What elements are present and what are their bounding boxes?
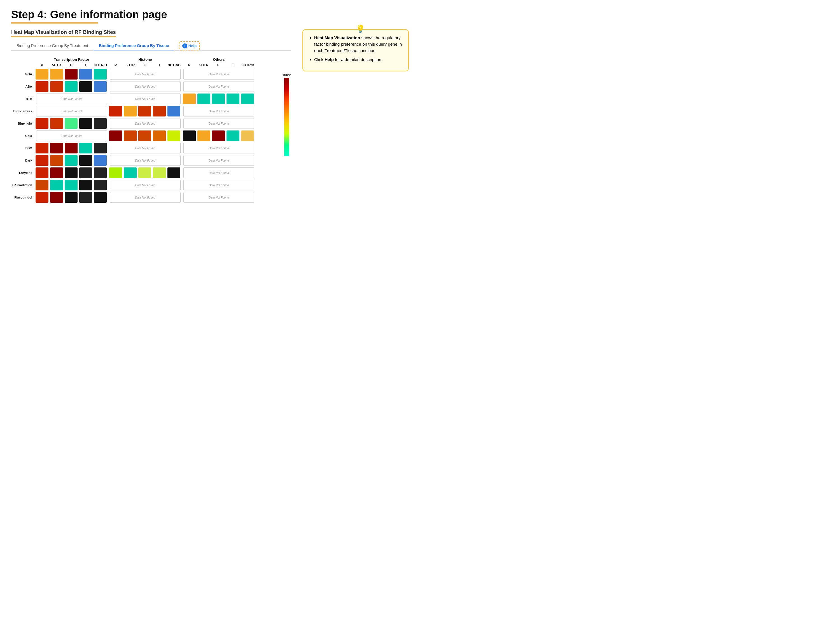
row-label-6-ba: 6-BA — [12, 68, 35, 80]
cell-dsg-tf-0 — [35, 142, 49, 154]
cell-flavopiridol-tf-1 — [50, 191, 63, 203]
cell-bth-others-0 — [182, 93, 196, 105]
row-label-fr-irradiation: FR irradiation — [12, 179, 35, 191]
cell-cold-histone-4 — [167, 130, 182, 142]
dnf-cell-dark-histone: Data Not Found — [109, 155, 182, 166]
cell-cold-histone-1 — [123, 130, 137, 142]
group-header-others: Others — [182, 57, 255, 62]
cell-blue-light-tf-2 — [64, 118, 78, 129]
dnf-cell-dsg-others: Data Not Found — [182, 142, 255, 154]
cell-blue-light-tf-1 — [50, 118, 63, 129]
row-label-dsg: DSG — [12, 142, 35, 154]
cell-bth-others-1 — [197, 93, 211, 105]
cell-fr-irradiation-tf-2 — [64, 179, 78, 191]
cell-bth-others-3 — [226, 93, 240, 105]
cell-cold-others-2 — [212, 130, 226, 142]
cell-biotic-stress-histone-1 — [123, 105, 137, 117]
cell-dsg-tf-4 — [93, 142, 108, 154]
dnf-cell-cold-tf: Data Not Found — [35, 130, 108, 142]
group-header-histone: Histone — [109, 57, 182, 62]
row-label-dark: Dark — [12, 155, 35, 166]
dnf-cell-fr-irradiation-others: Data Not Found — [182, 179, 255, 191]
dnf-cell-aba-histone: Data Not Found — [109, 81, 182, 92]
col-tf-e: E — [64, 63, 78, 68]
dnf-cell-6-ba-others: Data Not Found — [182, 68, 255, 80]
heatmap-table: Transcription Factor Histone Others P 5U… — [11, 56, 279, 204]
col-o-e: E — [212, 63, 226, 68]
color-bar-container: 100% — [282, 73, 291, 156]
tab-by-tissue[interactable]: Binding Preference Group By Tissue — [93, 41, 174, 51]
tab-by-treatment[interactable]: Binding Preference Group By Treatment — [11, 41, 93, 51]
col-o-3utrd: 3UTR/D — [240, 63, 255, 68]
bulb-icon: 💡 — [355, 23, 365, 35]
row-label-biotic-stress: Biotic stress — [12, 105, 35, 117]
cell-blue-light-tf-4 — [93, 118, 108, 129]
cell-dsg-tf-2 — [64, 142, 78, 154]
dnf-cell-bth-histone: Data Not Found — [109, 93, 182, 105]
dnf-cell-biotic-stress-others: Data Not Found — [182, 105, 255, 117]
row-label-blue-light: Blue light — [12, 118, 35, 129]
cell-6-ba-tf-2 — [64, 68, 78, 80]
help-label: Help — [188, 44, 197, 48]
cell-6-ba-tf-1 — [50, 68, 63, 80]
cell-aba-tf-1 — [50, 81, 63, 92]
col-o-5utr: 5UTR — [197, 63, 211, 68]
cell-dark-tf-0 — [35, 155, 49, 166]
cell-ethylene-histone-1 — [123, 167, 137, 178]
cell-aba-tf-0 — [35, 81, 49, 92]
col-o-i: I — [226, 63, 240, 68]
color-bar — [284, 78, 289, 156]
col-h-3utrd: 3UTR/D — [167, 63, 182, 68]
cell-dark-tf-4 — [93, 155, 108, 166]
row-label-aba: ABA — [12, 81, 35, 92]
help-icon: i — [182, 43, 187, 49]
cell-cold-others-1 — [197, 130, 211, 142]
dnf-cell-ethylene-others: Data Not Found — [182, 167, 255, 178]
cell-cold-histone-2 — [138, 130, 152, 142]
cell-blue-light-tf-3 — [79, 118, 93, 129]
tooltip-list: Heat Map Visualization shows the regulat… — [309, 35, 402, 63]
help-button[interactable]: i Help — [179, 41, 200, 51]
cell-6-ba-tf-0 — [35, 68, 49, 80]
cell-ethylene-histone-3 — [152, 167, 166, 178]
col-tf-5utr: 5UTR — [50, 63, 63, 68]
cell-fr-irradiation-tf-4 — [93, 179, 108, 191]
cell-dsg-tf-3 — [79, 142, 93, 154]
dnf-cell-dsg-histone: Data Not Found — [109, 142, 182, 154]
dnf-cell-fr-irradiation-histone: Data Not Found — [109, 179, 182, 191]
cell-dark-tf-3 — [79, 155, 93, 166]
tooltip-item-2: Click Help for a detailed description. — [314, 57, 402, 63]
color-bar-label: 100% — [282, 73, 291, 77]
tooltip-box: 💡 Heat Map Visualization shows the regul… — [302, 29, 409, 71]
left-panel: Heat Map Visualization of RF Binding Sit… — [11, 29, 291, 204]
cell-fr-irradiation-tf-0 — [35, 179, 49, 191]
tab-bar: Binding Preference Group By Treatment Bi… — [11, 41, 291, 51]
title-underline — [11, 22, 185, 24]
dnf-cell-blue-light-others: Data Not Found — [182, 118, 255, 129]
cell-ethylene-histone-0 — [109, 167, 123, 178]
cell-6-ba-tf-3 — [79, 68, 93, 80]
dnf-cell-blue-light-histone: Data Not Found — [109, 118, 182, 129]
cell-blue-light-tf-0 — [35, 118, 49, 129]
dnf-cell-bth-tf: Data Not Found — [35, 93, 108, 105]
col-o-p: P — [182, 63, 196, 68]
dnf-cell-flavopiridol-histone: Data Not Found — [109, 191, 182, 203]
dnf-cell-6-ba-histone: Data Not Found — [109, 68, 182, 80]
tooltip-item-1: Heat Map Visualization shows the regulat… — [314, 35, 402, 54]
dnf-cell-flavopiridol-others: Data Not Found — [182, 191, 255, 203]
cell-bth-others-2 — [212, 93, 226, 105]
page-title: Step 4: Gene information page — [11, 8, 409, 21]
cell-biotic-stress-histone-4 — [167, 105, 182, 117]
row-label-bth: BTH — [12, 93, 35, 105]
col-h-e: E — [138, 63, 152, 68]
tooltip-help-bold: Help — [325, 57, 334, 62]
cell-fr-irradiation-tf-3 — [79, 179, 93, 191]
cell-biotic-stress-histone-3 — [152, 105, 166, 117]
cell-ethylene-tf-1 — [50, 167, 63, 178]
row-label-ethylene: Ethylene — [12, 167, 35, 178]
col-h-5utr: 5UTR — [123, 63, 137, 68]
cell-aba-tf-2 — [64, 81, 78, 92]
col-h-p: P — [109, 63, 123, 68]
section-title: Heat Map Visualization of RF Binding Sit… — [11, 29, 116, 37]
row-label-cold: Cold — [12, 130, 35, 142]
